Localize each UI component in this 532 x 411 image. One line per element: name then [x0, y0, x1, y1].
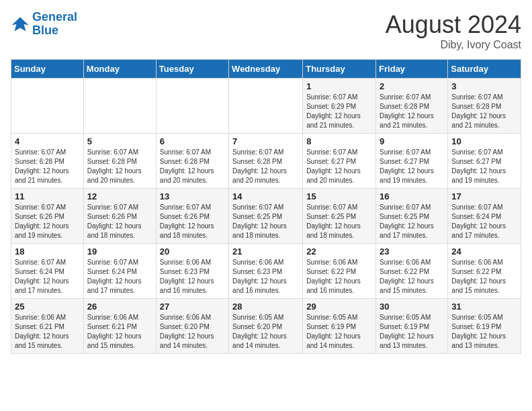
day-info: Sunrise: 6:06 AMSunset: 6:22 PMDaylight:… [451, 258, 517, 295]
week-row-3: 11Sunrise: 6:07 AMSunset: 6:26 PMDayligh… [11, 189, 521, 244]
day-number: 8 [306, 136, 372, 146]
day-info: Sunrise: 6:05 AMSunset: 6:19 PMDaylight:… [380, 313, 444, 351]
day-number: 4 [15, 136, 80, 146]
title-block: August 2024 Diby, Ivory Coast [386, 11, 521, 51]
calendar-cell: 8Sunrise: 6:07 AMSunset: 6:27 PMDaylight… [303, 134, 376, 189]
calendar-header-row: SundayMondayTuesdayWednesdayThursdayFrid… [11, 60, 521, 79]
day-info: Sunrise: 6:07 AMSunset: 6:27 PMDaylight:… [306, 148, 372, 185]
day-info: Sunrise: 6:07 AMSunset: 6:28 PMDaylight:… [451, 93, 517, 130]
calendar-cell: 23Sunrise: 6:06 AMSunset: 6:22 PMDayligh… [376, 244, 448, 299]
day-number: 13 [160, 191, 225, 201]
day-number: 23 [380, 246, 444, 257]
day-number: 7 [232, 136, 299, 146]
calendar-cell: 27Sunrise: 6:06 AMSunset: 6:20 PMDayligh… [156, 299, 228, 354]
day-info: Sunrise: 6:06 AMSunset: 6:23 PMDaylight:… [232, 258, 299, 295]
col-header-monday: Monday [83, 60, 156, 79]
calendar-cell: 3Sunrise: 6:07 AMSunset: 6:28 PMDaylight… [448, 79, 521, 134]
week-row-2: 4Sunrise: 6:07 AMSunset: 6:28 PMDaylight… [11, 134, 521, 189]
calendar-cell: 1Sunrise: 6:07 AMSunset: 6:29 PMDaylight… [303, 79, 376, 134]
calendar-cell: 5Sunrise: 6:07 AMSunset: 6:28 PMDaylight… [83, 134, 156, 189]
day-number: 19 [87, 246, 152, 257]
svg-marker-0 [11, 17, 28, 31]
day-info: Sunrise: 6:07 AMSunset: 6:27 PMDaylight:… [380, 148, 444, 185]
day-number: 14 [232, 191, 299, 201]
day-info: Sunrise: 6:07 AMSunset: 6:24 PMDaylight:… [15, 258, 80, 295]
day-info: Sunrise: 6:06 AMSunset: 6:22 PMDaylight:… [380, 258, 444, 295]
day-info: Sunrise: 6:06 AMSunset: 6:21 PMDaylight:… [87, 313, 152, 351]
calendar-cell: 18Sunrise: 6:07 AMSunset: 6:24 PMDayligh… [11, 244, 84, 299]
day-info: Sunrise: 6:07 AMSunset: 6:28 PMDaylight:… [87, 148, 152, 185]
day-number: 6 [160, 136, 225, 146]
day-info: Sunrise: 6:07 AMSunset: 6:27 PMDaylight:… [451, 148, 517, 185]
day-number: 20 [160, 246, 225, 257]
day-info: Sunrise: 6:07 AMSunset: 6:24 PMDaylight:… [87, 258, 152, 295]
col-header-thursday: Thursday [303, 60, 376, 79]
day-number: 27 [160, 302, 225, 312]
day-info: Sunrise: 6:07 AMSunset: 6:29 PMDaylight:… [306, 93, 372, 130]
day-number: 15 [306, 191, 372, 201]
calendar-cell: 4Sunrise: 6:07 AMSunset: 6:28 PMDaylight… [11, 134, 84, 189]
day-number: 3 [451, 81, 517, 91]
day-number: 5 [87, 136, 152, 146]
day-number: 16 [380, 191, 444, 201]
day-number: 17 [451, 191, 517, 201]
day-number: 1 [306, 81, 372, 91]
col-header-tuesday: Tuesday [156, 60, 228, 79]
col-header-saturday: Saturday [448, 60, 521, 79]
day-number: 21 [232, 246, 299, 257]
day-info: Sunrise: 6:07 AMSunset: 6:24 PMDaylight:… [451, 203, 517, 240]
calendar-cell: 11Sunrise: 6:07 AMSunset: 6:26 PMDayligh… [11, 189, 84, 244]
day-number: 12 [87, 191, 152, 201]
day-info: Sunrise: 6:07 AMSunset: 6:28 PMDaylight:… [160, 148, 225, 185]
day-info: Sunrise: 6:07 AMSunset: 6:25 PMDaylight:… [306, 203, 372, 240]
day-number: 25 [15, 302, 80, 312]
calendar-cell: 16Sunrise: 6:07 AMSunset: 6:25 PMDayligh… [376, 189, 448, 244]
calendar-cell: 24Sunrise: 6:06 AMSunset: 6:22 PMDayligh… [448, 244, 521, 299]
day-number: 31 [451, 302, 517, 312]
calendar-cell: 21Sunrise: 6:06 AMSunset: 6:23 PMDayligh… [229, 244, 303, 299]
calendar-cell: 6Sunrise: 6:07 AMSunset: 6:28 PMDaylight… [156, 134, 228, 189]
day-info: Sunrise: 6:06 AMSunset: 6:20 PMDaylight:… [160, 313, 225, 351]
day-number: 29 [306, 302, 372, 312]
day-number: 18 [15, 246, 80, 257]
week-row-4: 18Sunrise: 6:07 AMSunset: 6:24 PMDayligh… [11, 244, 521, 299]
calendar-cell: 10Sunrise: 6:07 AMSunset: 6:27 PMDayligh… [448, 134, 521, 189]
day-number: 26 [87, 302, 152, 312]
day-info: Sunrise: 6:07 AMSunset: 6:28 PMDaylight:… [15, 148, 80, 185]
day-info: Sunrise: 6:07 AMSunset: 6:25 PMDaylight:… [380, 203, 444, 240]
calendar-cell [229, 79, 303, 134]
day-number: 11 [15, 191, 80, 201]
day-number: 30 [380, 302, 444, 312]
calendar-cell: 20Sunrise: 6:06 AMSunset: 6:23 PMDayligh… [156, 244, 228, 299]
calendar-cell: 12Sunrise: 6:07 AMSunset: 6:26 PMDayligh… [83, 189, 156, 244]
day-number: 10 [451, 136, 517, 146]
col-header-friday: Friday [376, 60, 448, 79]
day-info: Sunrise: 6:05 AMSunset: 6:20 PMDaylight:… [232, 313, 299, 351]
location-subtitle: Diby, Ivory Coast [386, 39, 521, 51]
day-info: Sunrise: 6:07 AMSunset: 6:28 PMDaylight:… [232, 148, 299, 185]
day-number: 24 [451, 246, 517, 257]
day-info: Sunrise: 6:06 AMSunset: 6:23 PMDaylight:… [160, 258, 225, 295]
day-info: Sunrise: 6:07 AMSunset: 6:25 PMDaylight:… [232, 203, 299, 240]
day-number: 28 [232, 302, 299, 312]
day-number: 22 [306, 246, 372, 257]
logo: General Blue [11, 11, 77, 38]
day-info: Sunrise: 6:07 AMSunset: 6:26 PMDaylight:… [160, 203, 225, 240]
day-number: 2 [380, 81, 444, 91]
logo-bird-icon [11, 15, 30, 34]
logo-text: General Blue [32, 11, 77, 38]
calendar-cell: 26Sunrise: 6:06 AMSunset: 6:21 PMDayligh… [83, 299, 156, 354]
calendar-cell: 29Sunrise: 6:05 AMSunset: 6:19 PMDayligh… [303, 299, 376, 354]
calendar-cell: 13Sunrise: 6:07 AMSunset: 6:26 PMDayligh… [156, 189, 228, 244]
calendar-cell: 30Sunrise: 6:05 AMSunset: 6:19 PMDayligh… [376, 299, 448, 354]
day-info: Sunrise: 6:07 AMSunset: 6:26 PMDaylight:… [15, 203, 80, 240]
col-header-wednesday: Wednesday [229, 60, 303, 79]
calendar-cell: 7Sunrise: 6:07 AMSunset: 6:28 PMDaylight… [229, 134, 303, 189]
calendar-cell: 22Sunrise: 6:06 AMSunset: 6:22 PMDayligh… [303, 244, 376, 299]
calendar-cell [156, 79, 228, 134]
week-row-5: 25Sunrise: 6:06 AMSunset: 6:21 PMDayligh… [11, 299, 521, 354]
calendar-cell: 14Sunrise: 6:07 AMSunset: 6:25 PMDayligh… [229, 189, 303, 244]
calendar-cell: 2Sunrise: 6:07 AMSunset: 6:28 PMDaylight… [376, 79, 448, 134]
calendar-cell: 15Sunrise: 6:07 AMSunset: 6:25 PMDayligh… [303, 189, 376, 244]
calendar-cell: 9Sunrise: 6:07 AMSunset: 6:27 PMDaylight… [376, 134, 448, 189]
